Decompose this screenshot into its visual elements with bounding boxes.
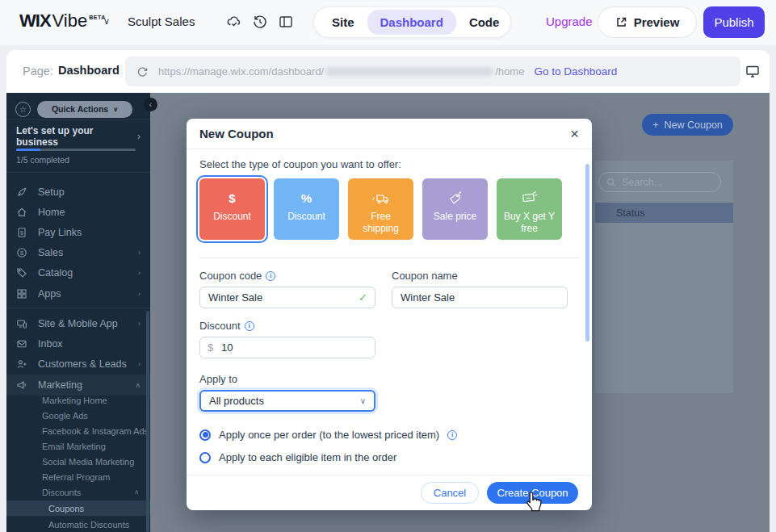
sidebar-scrollbar[interactable] (146, 311, 149, 532)
go-to-dashboard-link[interactable]: Go to Dashboard (534, 65, 617, 77)
info-icon[interactable]: i (447, 430, 457, 440)
radio-unselected-icon (199, 452, 211, 463)
sidebar-subitem-coupons[interactable]: Coupons (6, 501, 150, 516)
apply-to-label: Apply to (199, 373, 375, 385)
sidebar-subitem-google-ads[interactable]: Google Ads (6, 408, 150, 423)
url-bar[interactable]: https://manage.wix.com/dashboard//home G… (125, 57, 740, 86)
sidebar-item-inbox[interactable]: Inbox (6, 334, 150, 354)
coupon-code-input[interactable] (199, 287, 375, 308)
sidebar-item-pay-links[interactable]: $ Pay Links (6, 223, 150, 242)
site-name: Sculpt Sales (128, 15, 195, 28)
sidebar-collapse-button[interactable]: ‹ (144, 98, 157, 111)
apply-to-select[interactable]: All products ∨ (199, 390, 375, 412)
chevron-right-icon: › (138, 290, 141, 298)
radio-label: Apply to each eligible item in the order (219, 451, 396, 463)
divider (199, 258, 579, 258)
tile-free-shipping[interactable]: Free shipping (348, 178, 413, 240)
sidebar-item-site-mobile-app[interactable]: Site & Mobile App › (6, 314, 150, 333)
sidebar-item-home[interactable]: Home (6, 203, 150, 222)
info-icon[interactable]: i (266, 271, 275, 281)
progress-text: 1/5 completed (6, 155, 150, 165)
wix-vibe-logo[interactable]: WIX Vibe BETA (19, 10, 104, 31)
apps-grid-icon (16, 288, 27, 300)
search-placeholder: Search... (622, 177, 662, 188)
sidebar-subitem-email-marketing[interactable]: Email Marketing (6, 438, 150, 454)
sidebar-item-label: Inbox (38, 338, 141, 350)
tile-label: Free shipping (348, 211, 413, 235)
dashboard-sidebar: ☆ Quick Actions ∨ Let's set up your busi… (6, 93, 150, 532)
tab-dashboard[interactable]: Dashboard (367, 10, 456, 35)
price-tag-icon (447, 187, 464, 208)
wix-vibe-editor: WIX Vibe BETA ∨ Sculpt Sales Site Dashbo… (0, 0, 776, 532)
modal-footer: Cancel Create Coupon (187, 475, 592, 510)
coupon-type-tiles: $ Discount % Discount Free shipping (199, 178, 579, 240)
modal-header: New Coupon × (187, 119, 592, 149)
tab-code[interactable]: Code (456, 10, 513, 35)
tile-label: Buy X get Y free (497, 211, 562, 235)
cancel-button[interactable]: Cancel (421, 482, 479, 504)
sidebar-item-sales[interactable]: $ Sales › (6, 243, 150, 262)
sidebar-item-catalog[interactable]: Catalog › (6, 263, 150, 283)
chevron-down-icon[interactable]: ∨ (103, 16, 110, 27)
panel-layout-icon[interactable] (278, 14, 294, 30)
currency-prefix: $ (208, 341, 213, 354)
sidebar-subitem-social-media-marketing[interactable]: Social Media Marketing (6, 454, 150, 469)
quick-actions-label: Quick Actions (52, 104, 108, 114)
tile-buy-x-get-y[interactable]: Buy X get Y free (497, 178, 562, 240)
sidebar-subitem-discounts[interactable]: Discounts ∧ (6, 484, 150, 500)
inbox-icon (16, 338, 27, 350)
svg-text:$: $ (20, 249, 24, 257)
tile-percent-discount[interactable]: % Discount (274, 178, 339, 240)
new-coupon-button[interactable]: + New Coupon (642, 114, 733, 136)
field-label-text: Coupon code (199, 270, 262, 282)
coupon-type-intro: Select the type of coupon you want to of… (199, 158, 579, 170)
chevron-right-icon: › (138, 360, 141, 368)
star-badge-icon[interactable]: ☆ (15, 102, 31, 117)
modal-scrollbar[interactable] (585, 164, 589, 341)
tab-site[interactable]: Site (319, 10, 367, 35)
refresh-icon[interactable] (136, 65, 149, 77)
sidebar-item-label: Marketing (38, 379, 135, 391)
publish-button[interactable]: Publish (703, 6, 765, 38)
search-input[interactable]: Search... (598, 172, 721, 192)
quick-actions-row: ☆ Quick Actions ∨ (6, 98, 150, 119)
coupon-name-input[interactable] (392, 287, 568, 308)
sidebar-subitem-label: Discounts (42, 488, 134, 497)
coupon-code-label: Coupon code i (199, 270, 375, 282)
sidebar-item-apps[interactable]: Apps › (6, 284, 150, 304)
tile-dollar-discount: $ Discount (199, 178, 265, 240)
tile-sale-price[interactable]: Sale price (422, 178, 488, 240)
sidebar-item-customers-leads[interactable]: Customers & Leads › (6, 354, 150, 374)
history-icon[interactable] (252, 14, 268, 30)
upgrade-link[interactable]: Upgrade (546, 15, 593, 28)
logo-wix: WIX (19, 10, 51, 31)
page-label: Page: (23, 65, 53, 77)
coupon-name-label: Coupon name (392, 270, 568, 282)
divider (6, 119, 150, 120)
quick-actions-button[interactable]: Quick Actions ∨ (37, 101, 132, 118)
chevron-up-icon: ∧ (134, 488, 139, 496)
progress-fill (16, 149, 40, 151)
tile-label: Discount (283, 211, 330, 223)
tile-label: Discount (208, 211, 256, 223)
sidebar-item-label: Site & Mobile App (38, 318, 138, 329)
tile-label: Sale price (429, 211, 481, 223)
setup-checklist-heading[interactable]: Let's set up your business › (6, 130, 150, 143)
sidebar-item-label: Home (38, 207, 141, 218)
customers-icon (16, 358, 27, 370)
close-icon[interactable]: × (570, 126, 579, 141)
sidebar-subitem-referral-program[interactable]: Referral Program (6, 469, 150, 484)
sidebar-subitem-marketing-home[interactable]: Marketing Home (6, 392, 150, 408)
tile-dollar-discount-selected[interactable]: $ Discount (196, 175, 268, 243)
info-icon[interactable]: i (245, 321, 254, 331)
desktop-view-icon[interactable] (745, 63, 761, 79)
create-coupon-button[interactable]: Create Coupon (487, 482, 578, 504)
discount-amount-input[interactable] (199, 337, 375, 358)
sidebar-subitem-facebook-instagram-ads[interactable]: Facebook & Instagram Ads (6, 423, 150, 438)
radio-apply-once-per-order[interactable]: Apply once per order (to the lowest pric… (199, 429, 579, 441)
preview-button[interactable]: Preview (598, 6, 697, 38)
sidebar-item-setup[interactable]: Setup (6, 182, 150, 202)
sidebar-subitem-automatic-discounts[interactable]: Automatic Discounts (6, 517, 150, 532)
radio-apply-each-item[interactable]: Apply to each eligible item in the order (199, 451, 579, 463)
cloud-saved-icon[interactable] (226, 14, 242, 30)
